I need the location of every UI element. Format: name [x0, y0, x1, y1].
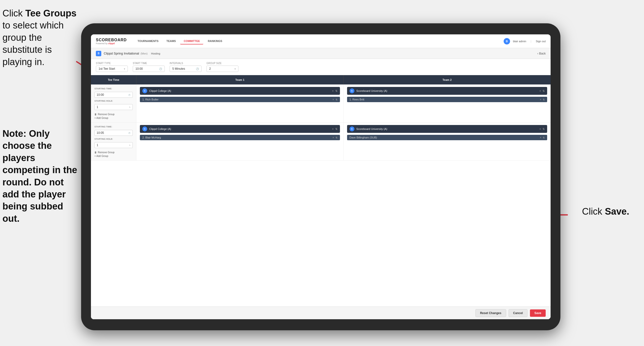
team2-controls-2: × ⇅ — [540, 127, 545, 131]
team1-controls-2: × ⇅ — [332, 127, 337, 131]
team1-icon-2: C — [142, 126, 147, 131]
start-time-input[interactable]: 10:00 🕐 — [133, 65, 165, 72]
intervals-label: Intervals — [170, 62, 202, 65]
expand-icon-p1[interactable]: ⇅ — [336, 98, 338, 101]
save-button[interactable]: Save — [530, 310, 546, 317]
logo-area: SCOREBOARD Powered by clippd — [96, 38, 127, 45]
team1-name-2: Clippd College (A) — [149, 127, 330, 130]
player2-entry-2[interactable]: Dave Billingham (SUB) × ⇅ — [347, 135, 548, 140]
trash-icon: 🗑 — [94, 113, 97, 116]
player2-name-1: 1. Rees Britt — [350, 98, 538, 101]
x-icon-r2p1[interactable]: × — [332, 136, 334, 139]
spin-icon-2: 🕐 — [128, 132, 130, 134]
team1-cell-1: C Clippd College (A) × ⇅ 1. Rich Butler … — [136, 84, 344, 122]
content-area: Start Type 1st Tee Start ▾ Start Time 10… — [91, 59, 550, 319]
team2-icon-1: S — [350, 88, 354, 93]
spin-arrows-1: ⇅ — [129, 106, 130, 108]
nav-items: TOURNAMENTS TEAMS COMMITTEE RANKINGS — [134, 38, 504, 44]
x-icon-r2t1[interactable]: × — [332, 127, 334, 130]
expand-icon-t2[interactable]: ⇅ — [542, 89, 545, 93]
start-time-group: Start Time 10:00 🕐 — [133, 62, 165, 72]
team1-entry-2[interactable]: C Clippd College (A) × ⇅ — [140, 125, 340, 133]
breadcrumb-icon: B — [96, 51, 101, 56]
expand-icon-r2t2[interactable]: ⇅ — [542, 127, 545, 131]
start-time-label: Start Time — [133, 62, 165, 65]
team2-entry-2[interactable]: S Scoreboard University (A) × ⇅ — [347, 125, 548, 133]
team2-entry-1[interactable]: S Scoreboard University (A) × ⇅ — [347, 87, 548, 95]
x-icon-t2[interactable]: × — [540, 89, 541, 92]
start-type-input[interactable]: 1st Tee Start ▾ — [96, 65, 128, 72]
cancel-button[interactable]: Cancel — [508, 309, 528, 317]
expand-icon-p2[interactable]: ⇅ — [543, 98, 545, 101]
top-navigation: SCOREBOARD Powered by clippd TOURNAMENTS… — [91, 34, 550, 48]
tablet-screen: SCOREBOARD Powered by clippd TOURNAMENTS… — [91, 34, 550, 319]
click-save-annotation: Click Save. — [582, 206, 629, 217]
sub-navigation: B Clippd Spring Invitational (Men) Hosti… — [91, 48, 550, 59]
user-name: blair admin — [513, 40, 526, 43]
start-type-label: Start Type — [96, 62, 128, 65]
tee-rows-container: STARTING TIME: 10:00 🕐 STARTING HOLE: 1 … — [91, 84, 550, 307]
tee-left-1: STARTING TIME: 10:00 🕐 STARTING HOLE: 1 … — [91, 84, 136, 122]
expand-icon[interactable]: ⇅ — [335, 89, 338, 93]
player2-entry-1[interactable]: 1. Rees Britt × ⇅ — [347, 97, 548, 102]
team1-entry-1[interactable]: C Clippd College (A) × ⇅ — [140, 87, 340, 95]
starting-time-input-2[interactable]: 10:05 🕐 — [94, 130, 133, 136]
team1-cell-2: C Clippd College (A) × ⇅ 2. Blair McHarg… — [136, 123, 344, 160]
back-link[interactable]: ‹ Back — [537, 52, 546, 55]
team2-cell-2: S Scoreboard University (A) × ⇅ Dave Bil… — [344, 123, 551, 160]
group-size-input[interactable]: 2 ▾ — [206, 65, 238, 72]
start-type-group: Start Type 1st Tee Start ▾ — [96, 62, 128, 72]
player1-name-1: 1. Rich Butler — [142, 98, 330, 101]
team2-name-2: Scoreboard University (A) — [356, 127, 538, 130]
nav-teams[interactable]: TEAMS — [163, 38, 180, 44]
remove-group-button-2[interactable]: 🗑 Remove Group — [94, 151, 133, 154]
starting-hole-input-1[interactable]: 1 ⇅ — [94, 104, 133, 110]
x-icon-p2[interactable]: × — [540, 98, 541, 101]
x-icon-r2p2[interactable]: × — [540, 136, 541, 139]
starting-time-label-2: STARTING TIME: — [94, 125, 133, 128]
intervals-group: Intervals 5 Minutes 🕐 — [170, 62, 202, 72]
start-config-row: Start Type 1st Tee Start ▾ Start Time 10… — [91, 59, 550, 75]
player2-name-2: Dave Billingham (SUB) — [350, 136, 538, 139]
team1-name-1: Clippd College (A) — [149, 89, 330, 92]
player1-controls-2: × ⇅ — [332, 136, 338, 139]
remove-group-button-1[interactable]: 🗑 Remove Group — [94, 113, 133, 116]
starting-time-input-1[interactable]: 10:00 🕐 — [94, 92, 133, 98]
sign-out-link[interactable]: Sign out — [536, 40, 546, 43]
footer-bar: Reset Changes Cancel Save — [91, 307, 550, 319]
add-group-button-1[interactable]: + Add Group — [94, 117, 133, 119]
player1-entry-1[interactable]: 1. Rich Butler × ⇅ — [140, 97, 340, 102]
starting-hole-input-2[interactable]: 1 ⇅ — [94, 142, 133, 148]
table-row: STARTING TIME: 10:00 🕐 STARTING HOLE: 1 … — [91, 84, 550, 123]
team2-icon-2: S — [350, 126, 354, 131]
action-links-1: 🗑 Remove Group + Add Group — [94, 113, 133, 119]
expand-icon-r2t1[interactable]: ⇅ — [335, 127, 338, 131]
x-icon-r2t2[interactable]: × — [540, 127, 541, 130]
expand-icon-r2p2[interactable]: ⇅ — [543, 136, 545, 139]
group-size-label: Group Size — [206, 62, 238, 65]
player2-controls-2: × ⇅ — [540, 136, 545, 139]
x-icon-p1[interactable]: × — [332, 98, 334, 101]
reset-changes-button[interactable]: Reset Changes — [476, 309, 506, 317]
player2-controls-1: × ⇅ — [540, 98, 545, 101]
hosting-badge: Hosting — [151, 52, 160, 55]
add-group-button-2[interactable]: + Add Group — [94, 155, 133, 157]
x-icon[interactable]: × — [332, 89, 334, 92]
team2-header: Team 2 — [344, 75, 551, 84]
note-text: Note: Only choose the players competing … — [2, 128, 79, 225]
team2-name-1: Scoreboard University (A) — [356, 89, 538, 92]
action-links-2: 🗑 Remove Group + Add Group — [94, 151, 133, 157]
expand-icon-r2p1[interactable]: ⇅ — [336, 136, 338, 139]
chevron-down-icon: ▾ — [124, 67, 125, 70]
spin-icon-1: 🕐 — [128, 94, 130, 96]
intervals-input[interactable]: 5 Minutes 🕐 — [170, 65, 202, 72]
team1-icon-1: C — [142, 88, 147, 93]
nav-committee[interactable]: COMMITTEE — [180, 38, 203, 44]
team1-controls-1: × ⇅ — [332, 89, 337, 93]
nav-rankings[interactable]: RANKINGS — [204, 38, 226, 44]
nav-tournaments[interactable]: TOURNAMENTS — [134, 38, 162, 44]
table-row: STARTING TIME: 10:05 🕐 STARTING HOLE: 1 … — [91, 123, 550, 161]
instruction-text: Click Tee Groups to select which group t… — [2, 7, 79, 68]
breadcrumb-gender: (Men) — [140, 52, 148, 55]
player1-entry-2[interactable]: 2. Blair McHarg × ⇅ — [140, 135, 340, 140]
